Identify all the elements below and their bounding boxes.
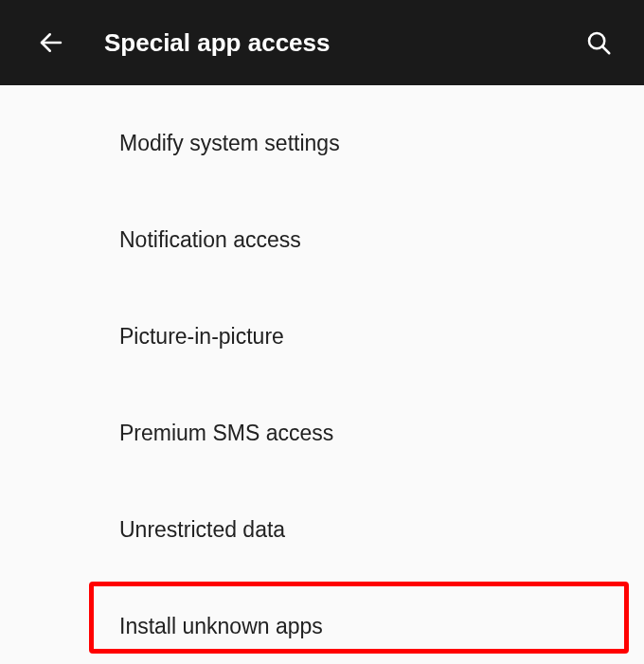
search-icon: [584, 28, 613, 57]
back-arrow-icon: [37, 28, 65, 57]
list-item-picture-in-picture[interactable]: Picture-in-picture: [119, 288, 644, 385]
list-item-label: Notification access: [119, 227, 301, 253]
back-button[interactable]: [32, 24, 70, 62]
list-item-install-unknown-apps[interactable]: Install unknown apps: [119, 578, 644, 664]
list-item-label: Install unknown apps: [119, 614, 323, 639]
list-item-label: Premium SMS access: [119, 421, 333, 446]
list-item-modify-system-settings[interactable]: Modify system settings: [119, 95, 644, 191]
app-bar: Special app access: [0, 0, 644, 85]
svg-line-2: [602, 46, 609, 53]
list-item-notification-access[interactable]: Notification access: [119, 191, 644, 288]
page-title: Special app access: [104, 28, 580, 58]
search-button[interactable]: [580, 24, 617, 62]
list-item-label: Modify system settings: [119, 131, 340, 156]
list-item-label: Unrestricted data: [119, 517, 285, 543]
list-item-unrestricted-data[interactable]: Unrestricted data: [119, 481, 644, 578]
list-item-label: Picture-in-picture: [119, 324, 284, 350]
list-item-premium-sms-access[interactable]: Premium SMS access: [119, 385, 644, 481]
settings-list: Modify system settings Notification acce…: [0, 85, 644, 664]
